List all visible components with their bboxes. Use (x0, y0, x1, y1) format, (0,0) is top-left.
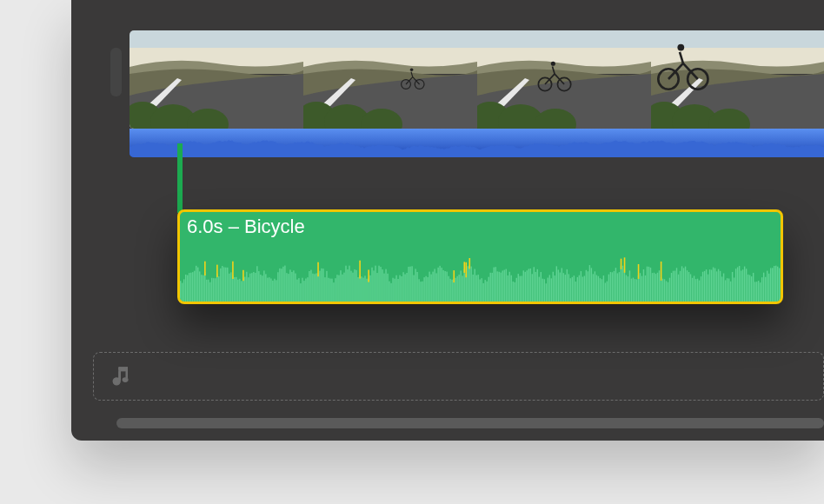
svg-rect-200 (462, 275, 462, 302)
svg-rect-224 (499, 272, 500, 302)
svg-rect-191 (448, 276, 449, 302)
svg-rect-46 (206, 280, 207, 302)
svg-rect-123 (333, 282, 334, 302)
background-music-track[interactable] (93, 352, 824, 401)
svg-rect-265 (570, 278, 571, 302)
svg-rect-196 (455, 278, 455, 302)
clip-trim-handle[interactable] (110, 48, 122, 96)
svg-rect-192 (449, 279, 450, 302)
svg-rect-75 (251, 273, 252, 302)
svg-rect-371 (748, 275, 748, 302)
svg-rect-295 (621, 259, 622, 269)
svg-rect-267 (574, 275, 575, 302)
svg-rect-257 (556, 266, 557, 302)
svg-rect-386 (774, 266, 774, 302)
svg-rect-146 (369, 275, 370, 302)
svg-rect-225 (501, 273, 502, 302)
svg-rect-108 (309, 271, 309, 302)
svg-rect-344 (701, 276, 701, 302)
svg-rect-348 (708, 275, 708, 302)
svg-rect-42 (201, 275, 202, 302)
svg-rect-173 (416, 272, 417, 302)
svg-rect-379 (761, 277, 762, 302)
svg-rect-81 (262, 275, 262, 302)
svg-rect-169 (409, 267, 410, 302)
svg-rect-130 (345, 266, 346, 302)
svg-rect-343 (699, 281, 700, 302)
svg-rect-262 (565, 275, 566, 302)
svg-rect-300 (628, 276, 628, 302)
svg-rect-309 (641, 276, 642, 302)
svg-rect-171 (413, 275, 414, 302)
svg-rect-168 (408, 267, 409, 302)
svg-rect-45 (204, 262, 206, 275)
svg-point-28 (677, 44, 684, 51)
svg-rect-245 (535, 272, 536, 302)
svg-rect-38 (194, 271, 195, 302)
svg-rect-49 (211, 278, 212, 302)
svg-rect-322 (662, 279, 663, 302)
svg-rect-286 (607, 282, 608, 302)
svg-rect-198 (458, 275, 459, 302)
svg-rect-135 (354, 269, 355, 302)
svg-rect-382 (767, 271, 768, 302)
svg-rect-97 (289, 269, 290, 302)
svg-rect-333 (681, 266, 682, 302)
svg-rect-360 (728, 278, 729, 302)
svg-rect-199 (460, 270, 461, 302)
svg-rect-160 (394, 279, 395, 302)
svg-rect-122 (331, 279, 332, 302)
svg-rect-166 (404, 275, 405, 302)
svg-rect-317 (655, 274, 656, 302)
svg-rect-151 (378, 266, 379, 302)
svg-rect-35 (189, 273, 189, 302)
svg-rect-215 (483, 283, 484, 302)
horizontal-scrollbar[interactable] (116, 418, 824, 428)
video-clip-audio-track[interactable] (130, 129, 824, 157)
svg-rect-268 (575, 282, 576, 302)
svg-rect-271 (581, 271, 581, 302)
svg-rect-294 (621, 266, 621, 302)
svg-rect-313 (648, 267, 649, 302)
svg-rect-126 (338, 275, 339, 302)
svg-rect-346 (704, 271, 705, 302)
svg-rect-261 (563, 273, 564, 302)
svg-rect-316 (654, 273, 655, 302)
svg-rect-291 (615, 268, 616, 302)
svg-rect-366 (739, 266, 740, 302)
video-clip[interactable] (130, 30, 824, 129)
svg-rect-255 (553, 272, 554, 302)
svg-rect-377 (758, 281, 759, 302)
svg-rect-92 (281, 269, 282, 302)
svg-rect-312 (647, 267, 648, 302)
svg-rect-238 (523, 270, 524, 302)
svg-rect-345 (702, 272, 703, 302)
svg-rect-247 (539, 277, 540, 302)
svg-rect-297 (624, 269, 625, 302)
svg-rect-216 (485, 280, 486, 302)
svg-rect-332 (680, 271, 681, 302)
svg-rect-77 (255, 273, 256, 302)
svg-rect-124 (335, 278, 336, 302)
svg-rect-189 (444, 271, 445, 302)
svg-rect-57 (223, 267, 224, 302)
svg-rect-176 (422, 282, 422, 302)
svg-rect-234 (516, 278, 517, 302)
svg-rect-227 (504, 270, 505, 302)
svg-rect-63 (232, 262, 234, 279)
svg-rect-353 (716, 271, 717, 302)
svg-rect-71 (244, 277, 245, 302)
svg-rect-107 (307, 277, 308, 302)
svg-rect-347 (706, 269, 707, 302)
svg-rect-106 (305, 278, 306, 302)
svg-rect-134 (352, 273, 353, 302)
svg-rect-188 (442, 270, 443, 302)
svg-rect-59 (227, 268, 228, 302)
svg-rect-278 (593, 274, 594, 302)
svg-rect-211 (475, 275, 476, 302)
svg-rect-336 (687, 270, 688, 302)
svg-rect-69 (243, 277, 243, 302)
audio-clip[interactable]: 6.0s – Bicycle (177, 209, 783, 304)
svg-rect-298 (624, 257, 626, 272)
svg-rect-388 (777, 267, 778, 302)
